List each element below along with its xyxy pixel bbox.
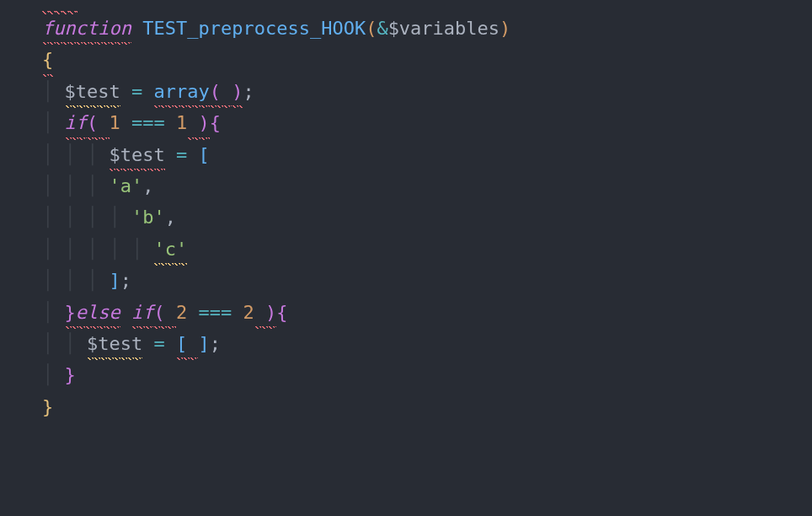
code-editor[interactable]: function TEST_preprocess_HOOK(&$variable…: [42, 13, 812, 422]
close-paren: ): [499, 18, 510, 39]
indent-guide: │ │ │ │ │: [42, 239, 153, 260]
code-line: │ │ $test = [ ];: [42, 328, 812, 359]
number-literal: 1: [176, 112, 187, 133]
open-brace: {: [42, 44, 53, 75]
indent-guide: │ │ │: [42, 144, 109, 165]
code-line: │ │ │ 'a',: [42, 170, 812, 202]
keyword-if: if: [65, 107, 88, 138]
code-line: }: [42, 391, 812, 422]
open-paren: (: [366, 18, 377, 39]
open-paren: (: [153, 302, 164, 323]
indent-guide: │: [42, 112, 65, 133]
keyword-if: if: [131, 297, 154, 328]
keyword-else: else: [76, 302, 120, 323]
indent-guide: │ │ │: [42, 270, 109, 291]
strict-equals: ===: [187, 302, 243, 323]
variable-param: $variables: [388, 18, 499, 39]
assign-op: =: [165, 144, 199, 165]
semicolon: ;: [120, 270, 131, 291]
close-brace: }: [65, 364, 76, 385]
open-paren: (: [87, 112, 98, 133]
close-paren: ): [254, 297, 277, 328]
indent-guide: │ │ │ │: [42, 207, 131, 228]
code-line: │ $test = array( );: [42, 76, 812, 107]
assign-op: =: [142, 333, 176, 354]
ampersand: &: [377, 18, 387, 39]
number-literal: 2: [243, 302, 254, 323]
string-literal: 'c': [153, 234, 187, 265]
code-line: │ if( 1 === 1 ){: [42, 107, 812, 138]
keyword-array: array: [153, 76, 209, 107]
close-bracket: ]: [198, 333, 209, 354]
open-bracket: [: [176, 328, 199, 359]
close-paren: ): [187, 107, 210, 138]
variable-test: $test: [87, 328, 142, 359]
close-brace: }: [65, 302, 76, 323]
code-line: │ │ │ │ │ 'c': [42, 234, 812, 265]
comma: ,: [142, 175, 153, 196]
number-literal: 2: [176, 302, 187, 323]
variable-test: $test: [109, 139, 164, 170]
number-literal: 1: [110, 112, 120, 133]
assign-op: =: [120, 81, 154, 102]
indent-guide: │: [42, 81, 65, 102]
indent-guide: │: [42, 302, 65, 323]
code-line: │ }: [42, 359, 812, 390]
string-literal: 'a': [109, 175, 142, 196]
close-bracket: ]: [109, 270, 120, 291]
semicolon: ;: [210, 333, 221, 354]
code-line: function TEST_preprocess_HOOK(&$variable…: [42, 13, 812, 44]
open-bracket: [: [198, 144, 209, 165]
strict-equals: ===: [120, 112, 176, 133]
variable-test: $test: [65, 76, 120, 107]
keyword-function: function: [42, 13, 131, 44]
indent-guide: │ │: [42, 333, 87, 354]
close-brace: }: [42, 396, 53, 417]
code-line: │ │ │ ];: [42, 265, 812, 296]
open-brace: {: [210, 112, 221, 133]
indent-guide: │ │ │: [42, 175, 109, 196]
open-paren: (: [210, 76, 232, 107]
indent-guide: │: [42, 364, 65, 385]
code-line: │ │ │ $test = [: [42, 139, 812, 170]
code-line: {: [42, 44, 812, 75]
semicolon: ;: [243, 81, 254, 102]
function-name: TEST_preprocess_HOOK: [142, 18, 366, 39]
comma: ,: [165, 207, 176, 228]
close-paren: ): [232, 76, 243, 107]
string-literal: 'b': [131, 207, 165, 228]
code-line: │ }else if( 2 === 2 ){: [42, 297, 812, 328]
code-line: │ │ │ │ 'b',: [42, 202, 812, 233]
open-brace: {: [276, 302, 287, 323]
